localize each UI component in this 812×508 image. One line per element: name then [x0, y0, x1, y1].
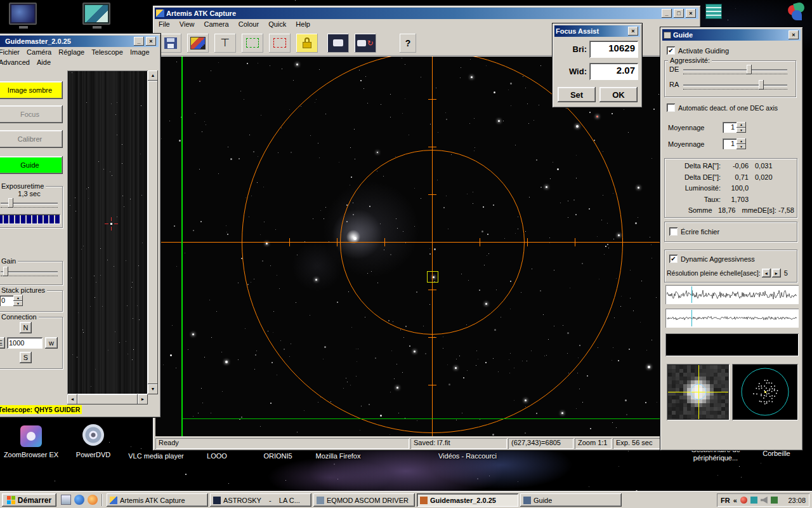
- close-button[interactable]: ×: [789, 30, 799, 39]
- menu-aide[interactable]: Aide: [34, 58, 53, 67]
- task-guidemaster[interactable]: Guidemaster_2.0.25: [417, 493, 518, 507]
- capture-image[interactable]: [155, 57, 699, 436]
- subframe-button[interactable]: [269, 34, 291, 53]
- menu-fichier[interactable]: Fichier: [0, 48, 22, 57]
- close-button[interactable]: ×: [628, 27, 638, 36]
- focus-assist-titlebar[interactable]: Focus Assist ×: [554, 25, 640, 37]
- display-stretch-button[interactable]: [242, 34, 263, 53]
- desktop-icon-vlc[interactable]: VLC media player: [127, 451, 185, 462]
- scroll-down-icon[interactable]: ▼: [148, 384, 158, 394]
- exposure-tool-button[interactable]: ⊤: [214, 34, 236, 53]
- close-button[interactable]: ×: [686, 9, 696, 18]
- loop-capture-button[interactable]: [327, 34, 349, 53]
- spin-up-icon[interactable]: ▲: [737, 138, 746, 144]
- desktop-icon-zoombrowser[interactable]: ZoomBrowser EX: [3, 424, 60, 464]
- clock[interactable]: 23:08: [788, 497, 806, 504]
- menu-advanced[interactable]: Advanced: [0, 58, 32, 67]
- quicklaunch-internet-icon[interactable]: [74, 495, 84, 505]
- scroll-right-icon[interactable]: ►: [138, 394, 148, 404]
- desktop-icon-colorful-app[interactable]: [787, 3, 807, 22]
- menu-camera[interactable]: Camera: [200, 19, 233, 29]
- spin-down-icon[interactable]: ▼: [737, 144, 746, 150]
- tray-chevron[interactable]: «: [733, 497, 737, 504]
- spin-up-icon[interactable]: ▲: [13, 295, 23, 301]
- menu-image[interactable]: Image: [128, 48, 152, 57]
- ra-aggressivity-slider[interactable]: [683, 84, 787, 86]
- desktop-icon-grid-app[interactable]: [705, 4, 722, 19]
- close-button[interactable]: ×: [146, 37, 156, 46]
- pulse-duration-input[interactable]: [7, 337, 43, 349]
- guider-hscrollbar[interactable]: ◄ ►: [67, 394, 148, 404]
- tray-icon-2[interactable]: [750, 497, 757, 504]
- menu-help[interactable]: Help: [292, 19, 314, 29]
- guider-vscrollbar[interactable]: ▲ ▼: [148, 70, 158, 394]
- stack-spinner[interactable]: 0 ▲▼: [0, 295, 23, 306]
- camera-settings-button[interactable]: [187, 34, 209, 53]
- scroll-up-icon[interactable]: ▲: [148, 70, 158, 81]
- task-astrosky[interactable]: ASTROSKY - LA C...: [210, 493, 311, 507]
- resolution-decrease-button[interactable]: ◄: [762, 269, 771, 277]
- set-button[interactable]: Set: [558, 87, 596, 102]
- desktop-icon-firefox[interactable]: Mozilla Firefox: [310, 451, 367, 462]
- quicklaunch-browser-icon[interactable]: [88, 495, 98, 505]
- write-file-checkbox[interactable]: [669, 227, 678, 236]
- menu-telescope[interactable]: Telescope: [89, 48, 126, 57]
- desktop-icon-orioni5[interactable]: ORIONI5: [254, 451, 302, 462]
- pulse-east-button[interactable]: E: [0, 337, 5, 349]
- menu-reglage[interactable]: Réglage: [56, 48, 87, 57]
- guidemaster-titlebar[interactable]: Guidemaster_2.0.25 _ ×: [0, 36, 159, 47]
- task-eqmod[interactable]: EQMOD ASCOM DRIVER: [313, 493, 415, 507]
- spin-up-icon[interactable]: ▲: [737, 122, 746, 128]
- spin-down-icon[interactable]: ▼: [737, 128, 746, 133]
- gain-slider[interactable]: [1, 271, 58, 272]
- pulse-north-button[interactable]: N: [20, 322, 32, 333]
- guide-button[interactable]: Guide: [0, 156, 63, 174]
- task-artemis[interactable]: Artemis ATK Capture: [107, 493, 208, 507]
- pulse-south-button[interactable]: S: [20, 352, 32, 363]
- activate-guiding-label: Activate Guiding: [678, 47, 729, 55]
- dynamic-aggressivness-checkbox[interactable]: ✔: [669, 255, 678, 263]
- tray-icon-1[interactable]: [740, 497, 747, 504]
- minimize-button[interactable]: _: [662, 9, 672, 18]
- desktop-icon-monitor-2[interactable]: [81, 3, 113, 30]
- language-indicator[interactable]: FR: [721, 497, 730, 504]
- moyennage1-spinner[interactable]: 1 ▲▼: [723, 122, 746, 133]
- guider-preview[interactable]: [68, 71, 147, 394]
- resolution-increase-button[interactable]: ►: [772, 269, 781, 277]
- desktop-icon-monitor-1[interactable]: [8, 3, 39, 30]
- task-guide[interactable]: Guide: [520, 493, 622, 507]
- help-button[interactable]: ?: [400, 34, 416, 53]
- loop-restart-button[interactable]: ↻: [355, 34, 376, 53]
- exposure-slider[interactable]: [1, 203, 58, 204]
- menu-camera[interactable]: Caméra: [24, 48, 54, 57]
- auto-deact-checkbox[interactable]: [667, 104, 675, 112]
- menu-view[interactable]: View: [176, 19, 199, 29]
- stack-value: 0: [0, 295, 13, 306]
- desktop-icon-looo[interactable]: LOOO: [197, 451, 237, 462]
- lock-button[interactable]: [296, 34, 318, 53]
- ok-button[interactable]: OK: [599, 87, 638, 102]
- artemis-titlebar[interactable]: Artemis ATK Capture _ □ ×: [155, 8, 698, 19]
- spin-down-icon[interactable]: ▼: [13, 301, 23, 307]
- desktop-icon-videos[interactable]: Vidéos - Raccourci: [436, 451, 499, 462]
- maximize-button[interactable]: □: [674, 9, 684, 18]
- calibrate-button[interactable]: Calibrer: [0, 130, 63, 148]
- save-button[interactable]: [160, 34, 181, 53]
- quicklaunch-icon-1[interactable]: [61, 495, 71, 505]
- activate-guiding-checkbox[interactable]: ✔: [667, 46, 675, 55]
- minimize-button[interactable]: _: [134, 37, 144, 46]
- menu-file[interactable]: File: [155, 19, 174, 29]
- start-button[interactable]: Démarrer: [2, 493, 56, 507]
- scroll-left-icon[interactable]: ◄: [67, 394, 77, 404]
- focus-button[interactable]: Focus: [0, 105, 63, 123]
- dark-frame-button[interactable]: Image sombre: [0, 81, 63, 99]
- de-aggressivity-slider[interactable]: [683, 69, 787, 70]
- moyennage2-spinner[interactable]: 1 ▲▼: [723, 138, 746, 149]
- speaker-icon[interactable]: [761, 497, 768, 504]
- guide-titlebar[interactable]: Guide ×: [662, 29, 801, 41]
- pulse-west-button[interactable]: w: [45, 337, 58, 349]
- tray-icon-3[interactable]: [771, 497, 778, 504]
- menu-colour[interactable]: Colour: [235, 19, 263, 29]
- menu-quick[interactable]: Quick: [265, 19, 290, 29]
- desktop-icon-powerdvd[interactable]: PowerDVD: [66, 423, 121, 464]
